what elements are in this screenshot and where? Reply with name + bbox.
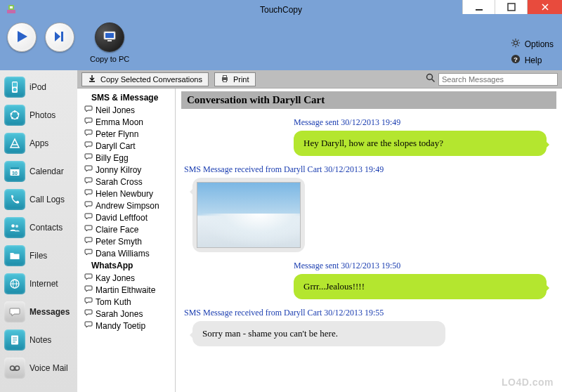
- help-icon: ?: [511, 54, 521, 66]
- contact-name: Billy Egg: [96, 153, 129, 163]
- svg-point-35: [11, 224, 15, 228]
- sidebar-item-call-logs[interactable]: Call Logs: [3, 187, 74, 212]
- sidebar-item-voicemail[interactable]: Voice Mail: [3, 355, 74, 381]
- sidebar-item-contacts[interactable]: Contacts: [3, 215, 74, 240]
- sidebar-item-label: Voice Mail: [30, 363, 68, 373]
- chat-bubble-icon: [84, 236, 93, 247]
- sidebar-item-label: Internet: [30, 279, 58, 289]
- sidebar-item-label: Notes: [30, 335, 51, 345]
- phone-icon: [4, 189, 25, 210]
- contact-item[interactable]: Andrew Simpson: [80, 200, 172, 211]
- sidebar-item-internet[interactable]: Internet: [3, 271, 74, 296]
- sidebar-item-messages[interactable]: Messages: [3, 299, 74, 325]
- contact-item[interactable]: Mandy Toetip: [80, 320, 172, 332]
- svg-rect-7: [61, 32, 63, 41]
- print-button[interactable]: Print: [214, 72, 256, 86]
- chat-bubble-icon: [84, 308, 93, 319]
- contact-item[interactable]: Dana Williams: [80, 247, 172, 259]
- next-icon: [53, 30, 67, 46]
- contact-name: Andrew Simpson: [96, 201, 159, 211]
- contact-list[interactable]: SMS & iMessageNeil JonesEmma MoonPeter F…: [77, 89, 176, 392]
- svg-point-36: [15, 225, 18, 228]
- contact-name: Kay Jones: [96, 273, 135, 283]
- chat-bubble-icon: [84, 296, 93, 307]
- conversation-pane[interactable]: Conversation with Daryll Cart Message se…: [176, 89, 562, 392]
- svg-point-44: [11, 366, 15, 370]
- copy-selected-label: Copy Selected Conversations: [100, 75, 202, 84]
- sidebar-item-label: Call Logs: [30, 195, 65, 204]
- svg-rect-3: [476, 9, 483, 11]
- maximize-button[interactable]: [495, 0, 527, 14]
- apps-icon: [4, 133, 25, 154]
- contact-name: Neil Jones: [96, 105, 135, 115]
- contact-item[interactable]: Kay Jones: [80, 272, 172, 284]
- ipod-icon: [4, 77, 25, 98]
- contact-item[interactable]: Sarah Jones: [80, 308, 172, 320]
- svg-point-45: [15, 366, 20, 370]
- chat-bubble-icon: [84, 176, 93, 187]
- contact-name: Claire Face: [96, 225, 138, 235]
- svg-rect-10: [107, 40, 112, 41]
- contact-item[interactable]: Daryll Cart: [80, 140, 172, 152]
- contact-item[interactable]: Tom Kuth: [80, 296, 172, 308]
- contact-item[interactable]: David Leftfoot: [80, 211, 172, 223]
- contact-item[interactable]: Claire Face: [80, 223, 172, 235]
- options-label: Options: [525, 39, 554, 49]
- play-button[interactable]: [7, 22, 37, 52]
- sidebar-item-apps[interactable]: Apps: [3, 131, 74, 156]
- contact-item[interactable]: Jonny Kilroy: [80, 164, 172, 176]
- contact-name: Peter Smyth: [96, 237, 142, 247]
- sidebar-item-label: Photos: [30, 110, 55, 120]
- svg-point-29: [11, 117, 13, 119]
- contact-item[interactable]: Sarah Cross: [80, 176, 172, 188]
- svg-line-18: [512, 45, 513, 46]
- contact-item[interactable]: Martin Elthwaite: [80, 284, 172, 296]
- next-button[interactable]: [45, 22, 74, 52]
- copy-to-pc-label: Copy to PC: [90, 55, 129, 63]
- contact-group-header: WhatsApp: [80, 259, 172, 272]
- chat-bubble-icon: [84, 164, 93, 175]
- chat-bubble-icon: [84, 141, 93, 151]
- svg-point-30: [11, 113, 13, 115]
- close-button[interactable]: [527, 0, 562, 14]
- contact-name: Martin Elthwaite: [96, 285, 155, 295]
- minimize-button[interactable]: [462, 0, 495, 14]
- contact-item[interactable]: Neil Jones: [80, 104, 172, 116]
- svg-rect-48: [223, 75, 226, 77]
- contact-name: Tom Kuth: [96, 297, 131, 307]
- sidebar-item-calendar[interactable]: 30 Calendar: [3, 159, 74, 184]
- copy-to-pc-button[interactable]: [95, 22, 124, 52]
- sidebar-item-ipod[interactable]: iPod: [3, 74, 74, 100]
- contact-name: Peter Flynn: [96, 129, 138, 139]
- contact-name: Sarah Jones: [96, 309, 143, 319]
- sidebar-item-photos[interactable]: Photos: [3, 103, 74, 128]
- sidebar-item-label: Messages: [30, 307, 70, 317]
- options-link[interactable]: Options: [511, 38, 554, 50]
- svg-rect-0: [7, 10, 15, 13]
- svg-point-11: [514, 41, 517, 44]
- contact-item[interactable]: Peter Smyth: [80, 235, 172, 247]
- contact-item[interactable]: Peter Flynn: [80, 128, 172, 140]
- copy-selected-button[interactable]: Copy Selected Conversations: [81, 72, 209, 86]
- download-icon: [88, 74, 96, 84]
- chat-bubble-icon: [84, 200, 93, 211]
- chat-bubble-icon: [84, 152, 93, 163]
- help-link[interactable]: ? Help: [511, 54, 554, 66]
- contact-name: Jonny Kilroy: [96, 165, 141, 175]
- contact-name: Mandy Toetip: [96, 321, 145, 331]
- search-input[interactable]: [438, 73, 558, 86]
- chat-bubble-icon: [84, 188, 93, 199]
- sidebar-item-notes[interactable]: Notes: [3, 327, 74, 353]
- print-icon: [221, 74, 229, 84]
- svg-text:30: 30: [12, 171, 18, 176]
- svg-rect-23: [13, 83, 17, 87]
- chat-bubble-icon: [84, 248, 93, 259]
- sidebar: iPod Photos Apps 30 Calendar Call Logs C…: [0, 70, 77, 392]
- contact-item[interactable]: Emma Moon: [80, 116, 172, 128]
- contacts-icon: [4, 217, 25, 238]
- sidebar-item-files[interactable]: Files: [3, 243, 74, 268]
- contact-item[interactable]: Helen Newbury: [80, 188, 172, 200]
- contact-item[interactable]: Billy Egg: [80, 152, 172, 164]
- sidebar-item-label: Contacts: [30, 223, 63, 233]
- svg-rect-33: [11, 167, 20, 169]
